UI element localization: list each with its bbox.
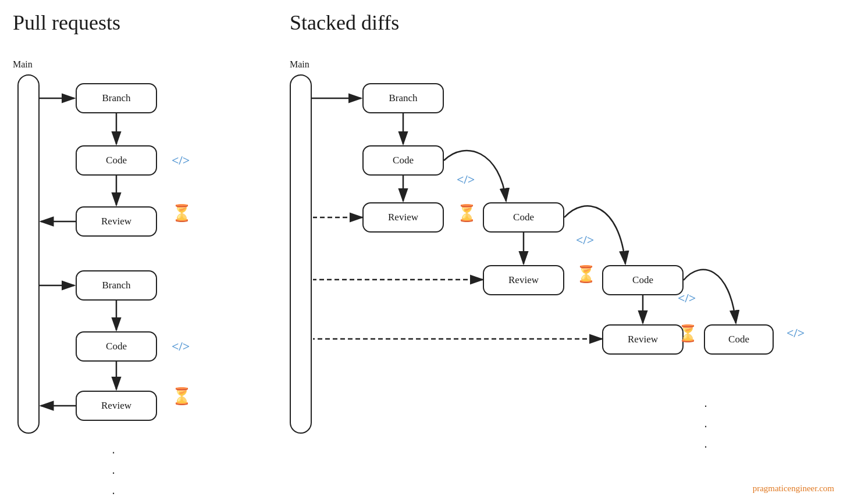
pr-code-1: Code bbox=[76, 145, 157, 176]
pr-review-2: Review bbox=[76, 391, 157, 421]
pr-hourglass-2: ⏳ bbox=[172, 387, 192, 406]
pr-vertical-bar bbox=[17, 74, 40, 434]
sd-code-4: Code bbox=[704, 324, 774, 355]
arrows-overlay bbox=[0, 0, 847, 504]
sd-review-1: Review bbox=[362, 202, 444, 233]
pr-review-1: Review bbox=[76, 206, 157, 237]
sd-review-2: Review bbox=[483, 265, 564, 295]
sd-code-icon-3: </> bbox=[678, 291, 696, 306]
title-pull-requests: Pull requests bbox=[13, 10, 120, 35]
pr-branch-1: Branch bbox=[76, 83, 157, 113]
sd-hourglass-1: ⏳ bbox=[457, 203, 477, 223]
sd-branch: Branch bbox=[362, 83, 444, 113]
sd-vertical-bar bbox=[290, 74, 312, 434]
dots-right: ··· bbox=[704, 395, 707, 457]
sd-review-3: Review bbox=[602, 324, 684, 355]
sd-code-1: Code bbox=[362, 145, 444, 176]
label-main-left: Main bbox=[13, 59, 33, 70]
pr-code-icon-1: </> bbox=[172, 153, 190, 168]
sd-code-icon-2: </> bbox=[576, 233, 594, 248]
sd-code-3: Code bbox=[602, 265, 684, 295]
sd-hourglass-3: ⏳ bbox=[678, 324, 698, 343]
sd-hourglass-2: ⏳ bbox=[576, 264, 596, 284]
pr-code-2: Code bbox=[76, 331, 157, 362]
pr-code-icon-2: </> bbox=[172, 339, 190, 354]
sd-code-2: Code bbox=[483, 202, 564, 233]
pr-hourglass-1: ⏳ bbox=[172, 203, 192, 223]
label-main-right: Main bbox=[290, 59, 309, 70]
dots-left: ··· bbox=[112, 442, 115, 503]
sd-code-icon-1: </> bbox=[457, 172, 475, 187]
sd-code-icon-4: </> bbox=[787, 326, 805, 341]
title-stacked-diffs: Stacked diffs bbox=[290, 10, 399, 35]
watermark: pragmaticengineer.com bbox=[753, 484, 834, 494]
pr-branch-2: Branch bbox=[76, 270, 157, 301]
